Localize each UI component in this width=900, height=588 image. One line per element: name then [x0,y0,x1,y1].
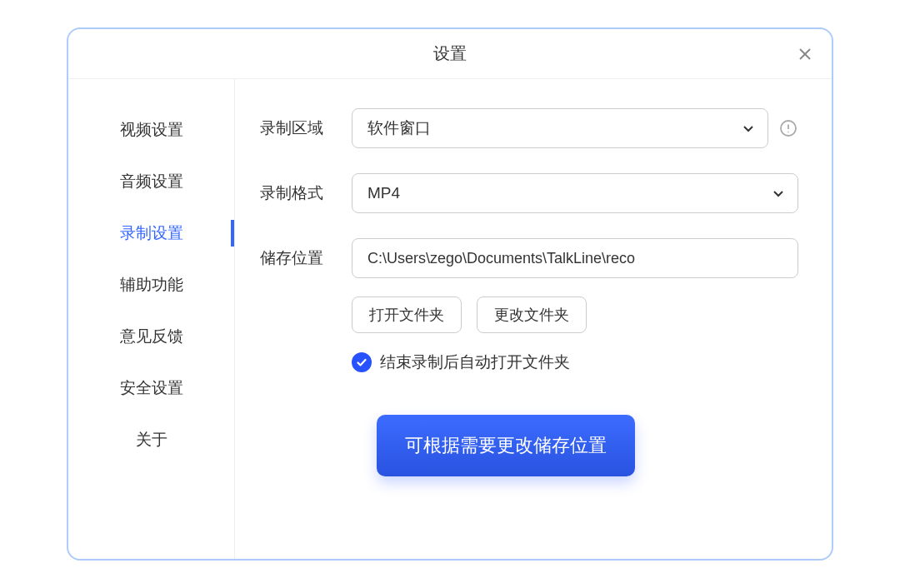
sidebar-item-label: 关于 [136,431,168,448]
recording-area-label: 录制区域 [260,117,352,139]
dialog-title: 设置 [433,42,467,65]
close-button[interactable] [795,44,815,64]
sidebar-item-accessibility[interactable]: 辅助功能 [68,259,234,311]
sidebar-item-about[interactable]: 关于 [68,414,234,466]
auto-open-label: 结束录制后自动打开文件夹 [380,351,570,373]
sidebar-item-audio[interactable]: 音频设置 [68,156,234,207]
storage-hint-tooltip: 可根据需要更改储存位置 [377,415,635,476]
folder-buttons-row: 打开文件夹 更改文件夹 [352,296,798,333]
sidebar-item-label: 意见反馈 [120,327,183,345]
storage-location-input[interactable]: C:\Users\zego\Documents\TalkLine\reco [352,238,798,278]
settings-dialog: 设置 视频设置 音频设置 录制设置 辅助功能 意见反馈 [67,27,833,561]
recording-area-select[interactable]: 软件窗口 [352,108,768,148]
form-row-recording-format: 录制格式 MP4 [260,173,798,213]
recording-format-select[interactable]: MP4 [352,173,798,213]
change-folder-button[interactable]: 更改文件夹 [477,296,587,333]
sidebar-item-feedback[interactable]: 意见反馈 [68,311,234,362]
sidebar-item-recording[interactable]: 录制设置 [68,207,234,259]
auto-open-row: 结束录制后自动打开文件夹 [352,351,798,373]
svg-point-4 [788,132,789,133]
sidebar: 视频设置 音频设置 录制设置 辅助功能 意见反馈 安全设置 关于 [68,79,235,559]
settings-content: 录制区域 软件窗口 录 [235,79,832,559]
open-folder-button[interactable]: 打开文件夹 [352,296,462,333]
recording-format-value: MP4 [368,184,400,202]
recording-area-value: 软件窗口 [368,117,431,139]
sidebar-item-video[interactable]: 视频设置 [68,104,234,156]
recording-area-info[interactable] [778,118,798,138]
auto-open-checkbox[interactable] [352,352,372,372]
info-icon [779,119,798,137]
recording-format-select-wrapper: MP4 [352,173,798,213]
open-folder-label: 打开文件夹 [369,305,444,325]
sidebar-item-label: 音频设置 [120,172,183,190]
close-icon [798,47,812,61]
sidebar-item-label: 辅助功能 [120,276,183,293]
form-row-storage-location: 储存位置 C:\Users\zego\Documents\TalkLine\re… [260,238,798,278]
recording-area-select-wrapper: 软件窗口 [352,108,768,148]
dialog-header: 设置 [68,29,832,79]
sidebar-item-security[interactable]: 安全设置 [68,362,234,414]
recording-format-label: 录制格式 [260,182,352,204]
tooltip-text: 可根据需要更改储存位置 [405,435,607,456]
form-row-recording-area: 录制区域 软件窗口 [260,108,798,148]
sidebar-item-label: 安全设置 [120,379,183,396]
sidebar-item-label: 录制设置 [120,224,183,242]
sidebar-item-label: 视频设置 [120,121,183,138]
check-icon [356,356,368,368]
change-folder-label: 更改文件夹 [494,305,569,325]
storage-location-label: 储存位置 [260,247,352,269]
dialog-body: 视频设置 音频设置 录制设置 辅助功能 意见反馈 安全设置 关于 录制 [68,79,832,559]
storage-location-value: C:\Users\zego\Documents\TalkLine\reco [368,250,635,267]
